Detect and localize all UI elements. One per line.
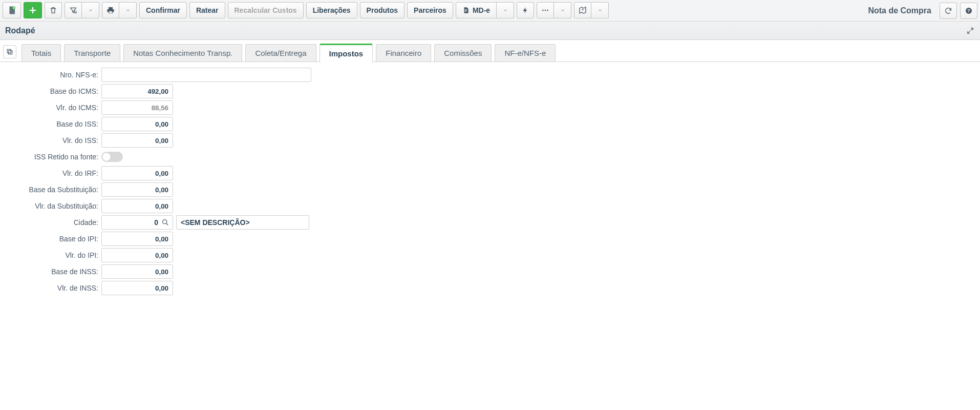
help-icon: ? (965, 7, 973, 15)
svg-point-6 (582, 9, 584, 10)
footer-tabs: Totais Transporte Notas Conhecimento Tra… (0, 40, 980, 62)
print-button[interactable] (102, 2, 119, 18)
label-vlr-irf: Vlr. do IRF: (4, 169, 101, 177)
input-base-icms[interactable] (101, 84, 173, 98)
input-vlr-ipi[interactable] (101, 248, 173, 262)
label-vlr-ipi: Vlr. do IPI: (4, 251, 101, 259)
copy-icon (6, 48, 13, 55)
recalcular-custos-button[interactable]: Recalcular Custos (228, 2, 304, 18)
confirmar-button[interactable]: Confirmar (139, 2, 187, 18)
print-icon (106, 6, 115, 14)
input-vlr-iss[interactable] (101, 133, 173, 148)
copy-button[interactable] (3, 45, 16, 58)
help-button[interactable]: ? (960, 3, 977, 19)
bolt-icon (522, 6, 529, 14)
delete-button[interactable] (45, 2, 62, 18)
label-base-inss: Base de INSS: (4, 268, 101, 276)
impostos-form: Nro. NFS-e: Base do ICMS: Vlr. do ICMS: … (0, 62, 328, 302)
map-button[interactable] (574, 2, 591, 18)
page-title: Nota de Compra (863, 6, 936, 15)
cidade-desc-value: <SEM DESCRIÇÃO> (181, 218, 250, 227)
svg-point-11 (163, 220, 167, 224)
trash-icon (49, 6, 57, 14)
svg-text:?: ? (967, 8, 970, 13)
input-vlr-inss[interactable] (101, 281, 173, 295)
search-icon (161, 218, 169, 227)
mde-label: MD-e (473, 6, 490, 14)
caret-down-icon (503, 8, 508, 13)
label-base-iss: Base do ISS: (4, 120, 101, 128)
bolt-button[interactable] (517, 2, 534, 18)
mde-button[interactable]: MD-e (456, 2, 497, 18)
label-vlr-subst: Vlr. da Substituição: (4, 202, 101, 210)
label-base-icms: Base do ICMS: (4, 87, 101, 95)
label-vlr-icms: Vlr. do ICMS: (4, 104, 101, 112)
input-base-ipi[interactable] (101, 232, 173, 246)
input-nro-nfse[interactable] (101, 68, 311, 82)
tab-totais[interactable]: Totais (22, 44, 61, 61)
input-cidade-code[interactable]: 0 (101, 215, 173, 230)
input-base-iss[interactable] (101, 117, 173, 131)
label-iss-retido: ISS Retido na fonte: (4, 153, 101, 161)
cidade-code-value: 0 (154, 218, 158, 227)
toggle-iss-retido[interactable] (101, 152, 123, 162)
label-base-ipi: Base do IPI: (4, 235, 101, 243)
caret-down-icon (125, 8, 131, 13)
tab-transporte[interactable]: Transporte (64, 44, 120, 61)
svg-point-4 (545, 10, 546, 11)
map-dropdown[interactable] (591, 2, 609, 18)
label-cidade: Cidade: (4, 218, 101, 227)
ratear-button[interactable]: Ratear (189, 2, 225, 18)
print-dropdown[interactable] (119, 2, 137, 18)
document-icon (462, 7, 470, 14)
tab-impostos[interactable]: Impostos (319, 44, 373, 62)
label-vlr-inss: Vlr. de INSS: (4, 284, 101, 292)
filter-button[interactable] (65, 2, 82, 18)
input-vlr-irf[interactable] (101, 166, 173, 180)
section-bar: Rodapé (0, 22, 980, 40)
plus-icon (28, 6, 37, 15)
refresh-icon (944, 7, 952, 15)
mde-dropdown[interactable] (497, 2, 514, 18)
toggle-knob (102, 153, 111, 161)
tab-notas-conhecimento[interactable]: Notas Conhecimento Transp. (123, 44, 242, 61)
svg-rect-2 (109, 11, 112, 13)
caret-down-icon (88, 8, 93, 13)
more-button[interactable] (537, 2, 554, 18)
tab-nfe-nfse[interactable]: NF-e/NFS-e (495, 44, 556, 61)
more-horizontal-icon (541, 6, 549, 14)
tab-financeiro[interactable]: Financeiro (376, 44, 431, 61)
input-vlr-icms[interactable] (101, 100, 173, 115)
caret-down-icon (560, 8, 565, 13)
collapse-icon (967, 27, 974, 34)
input-base-subst[interactable] (101, 182, 173, 197)
filter-dropdown[interactable] (82, 2, 99, 18)
toolbar-spacer (611, 2, 860, 19)
new-record-button[interactable] (3, 2, 21, 18)
parceiros-button[interactable]: Parceiros (407, 2, 453, 18)
more-dropdown[interactable] (554, 2, 571, 18)
svg-rect-9 (9, 51, 12, 54)
produtos-button[interactable]: Produtos (360, 2, 404, 18)
tab-comissoes[interactable]: Comissões (434, 44, 492, 61)
caret-down-icon (598, 8, 603, 13)
label-vlr-iss: Vlr. do ISS: (4, 136, 101, 145)
tab-coleta-entrega[interactable]: Coleta/Entrega (245, 44, 316, 61)
input-cidade-desc[interactable]: <SEM DESCRIÇÃO> (176, 215, 309, 230)
svg-point-5 (547, 10, 548, 11)
label-nro-nfse: Nro. NFS-e: (4, 71, 101, 79)
svg-point-3 (542, 10, 544, 11)
liberacoes-button[interactable]: Liberações (306, 2, 357, 18)
document-add-icon (7, 6, 16, 15)
refresh-button[interactable] (940, 3, 957, 19)
add-button[interactable] (24, 2, 42, 18)
svg-rect-10 (7, 49, 11, 53)
main-toolbar: Confirmar Ratear Recalcular Custos Liber… (0, 0, 980, 22)
input-vlr-subst[interactable] (101, 199, 173, 213)
input-base-inss[interactable] (101, 264, 173, 279)
label-base-subst: Base da Substituição: (4, 186, 101, 194)
section-title: Rodapé (5, 26, 35, 35)
map-pin-icon (579, 6, 587, 14)
filter-zoom-icon (69, 6, 77, 14)
collapse-section-button[interactable] (966, 26, 975, 35)
